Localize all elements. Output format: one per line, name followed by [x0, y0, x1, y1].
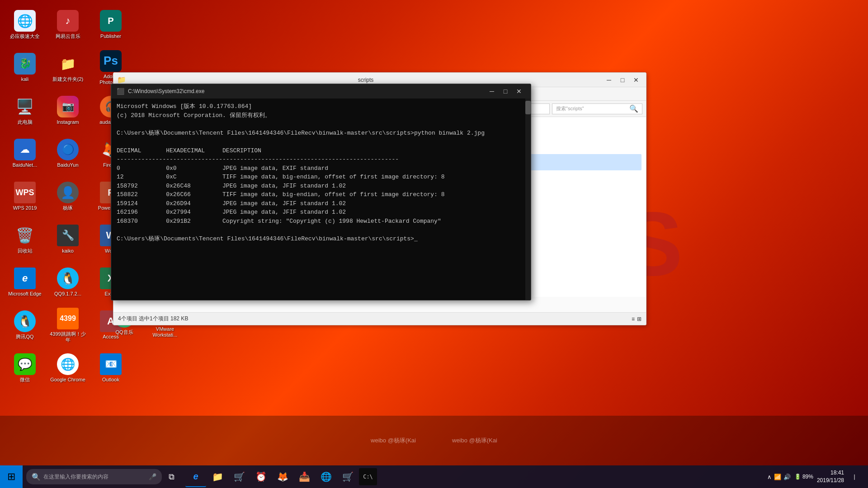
cmd-line-10: 162196 0x27994 JPEG image data, JFIF sta…: [117, 208, 525, 217]
search-icon: 🔍: [32, 473, 41, 481]
taskbar-firefox-icon[interactable]: 🦊: [272, 466, 293, 487]
clock-time: 18:41: [817, 469, 844, 477]
weibo-watermark-bar: weibo @杨琢(Kai weibo @杨琢(Kai: [0, 416, 868, 465]
cmd-line-6: 12 0xC TIFF image data, big-endian, offs…: [117, 173, 525, 182]
list-view-button[interactable]: ≡: [632, 316, 635, 322]
desktop-icon-wps[interactable]: WPS WPS 2019: [5, 176, 45, 217]
cmd-maximize-button[interactable]: □: [499, 85, 512, 98]
system-clock[interactable]: 18:41 2019/11/28: [817, 469, 844, 484]
desktop-icon-kaiko[interactable]: 🔧 kaiko: [47, 219, 88, 260]
clock-date: 2019/11/28: [817, 477, 844, 484]
desktop-icon-netease[interactable]: ♪ 网易云音乐: [47, 5, 88, 45]
desktop-icon-edge[interactable]: e Microsoft Edge: [5, 262, 45, 303]
cmd-line-7: 158792 0x26C48 JPEG image data, JFIF sta…: [117, 182, 525, 191]
start-button[interactable]: ⊞: [0, 465, 23, 488]
taskbar-app-icons: e 📁 🛒 ⏰ 🦊 📥 🌐 🛒 C:\: [185, 466, 767, 487]
taskbar-download-icon[interactable]: 📥: [294, 466, 315, 487]
taskbar-search-box[interactable]: 🔍 🎤: [26, 469, 162, 484]
cmd-line-2: [117, 120, 525, 129]
cmd-prompt: C:\Users\杨琢\Documents\Tencent Files\1641…: [117, 235, 525, 244]
search-placeholder: 搜索"scripts": [556, 105, 629, 112]
cmd-minimize-button[interactable]: ─: [486, 85, 498, 98]
taskbar-file-explorer-icon[interactable]: 📁: [207, 466, 228, 487]
maximize-button[interactable]: □: [616, 75, 629, 85]
taskbar-shop-icon[interactable]: 🛒: [337, 466, 358, 487]
cmd-output: Microsoft Windows [版本 10.0.17763.864] (c…: [111, 99, 531, 300]
desktop-icon-wechat[interactable]: 💬 微信: [5, 348, 45, 389]
cmd-close-button[interactable]: ✕: [513, 85, 525, 98]
desktop-icon-new-folder[interactable]: 📁 新建文件夹(2): [47, 47, 88, 88]
taskbar-search-input[interactable]: [43, 474, 146, 480]
desktop-icon-publisher[interactable]: P Publisher: [90, 5, 131, 45]
tray-icons: ∧ 📶 🔊: [767, 474, 791, 480]
file-explorer-status-bar: 4个项目 选中1个项目 182 KB ≡ ⊞: [113, 312, 646, 325]
desktop-icon-qqtalk[interactable]: 🐧 腾讯QQ: [5, 305, 45, 346]
desktop-icon-instagram[interactable]: 📷 Instagram: [47, 90, 88, 131]
battery-icon: 🔋: [794, 474, 801, 480]
cmd-scrollbar-thumb[interactable]: [525, 101, 531, 114]
close-button[interactable]: ✕: [630, 75, 642, 85]
cmd-line-header: DECIMAL HEXADECIMAL DESCRIPTION: [117, 146, 525, 155]
cmd-window: ⬛ C:\Windows\System32\cmd.exe ─ □ ✕ Micr…: [111, 84, 531, 300]
weibo-text-2: weibo @杨琢(Kai: [452, 436, 497, 445]
cmd-line-8: 158822 0x26C66 TIFF image data, big-endi…: [117, 190, 525, 199]
cmd-title: C:\Windows\System32\cmd.exe: [128, 88, 486, 94]
task-view-button[interactable]: ⧉: [162, 467, 181, 486]
cmd-line-4: [117, 137, 525, 146]
taskbar: ⊞ 🔍 🎤 ⧉ e 📁 🛒 ⏰ 🦊 📥 🌐 🛒 C:\ ∧ 📶 🔊 �: [0, 465, 868, 488]
cmd-window-controls: ─ □ ✕: [486, 85, 525, 98]
tray-expand-icon[interactable]: ∧: [767, 474, 772, 480]
taskbar-clock-icon[interactable]: ⏰: [250, 466, 271, 487]
cmd-line-11: 168370 0x291B2 Copyright string: "Copyri…: [117, 217, 525, 226]
view-toggle: ≡ ⊞: [632, 316, 642, 322]
cmd-titlebar: ⬛ C:\Windows\System32\cmd.exe ─ □ ✕: [111, 84, 531, 99]
battery-indicator: 🔋 89%: [794, 474, 813, 480]
show-desktop-button[interactable]: |: [848, 465, 861, 488]
battery-percentage: 89%: [802, 474, 813, 480]
search-box[interactable]: 搜索"scripts" 🔍: [552, 103, 642, 114]
window-controls: ─ □ ✕: [603, 75, 642, 85]
desktop-icon-chrome[interactable]: 🌐 Google Chrome: [47, 348, 88, 389]
desktop-icon-outlook[interactable]: 📧 Outlook: [90, 348, 131, 389]
status-text: 4个项目 选中1个项目 182 KB: [118, 315, 188, 323]
desktop-icon-kali[interactable]: 🐉 kali: [5, 47, 45, 88]
taskbar-chrome-icon[interactable]: 🌐: [316, 466, 336, 487]
desktop-icon-qq9[interactable]: 🐧 QQ9.1.7.2...: [47, 262, 88, 303]
minimize-button[interactable]: ─: [603, 75, 615, 85]
taskbar-store-icon[interactable]: 🛒: [229, 466, 250, 487]
desktop-icon-recycle[interactable]: 🗑️ 回收站: [5, 219, 45, 260]
cmd-line-5: 0 0x0 JPEG image data, EXIF standard: [117, 164, 525, 173]
desktop-icon-baiduyun[interactable]: 🔵 BaiduYun: [47, 133, 88, 174]
microphone-icon[interactable]: 🎤: [149, 473, 156, 480]
search-icon: 🔍: [629, 104, 638, 113]
cmd-line-separator: ----------------------------------------…: [117, 155, 525, 164]
cmd-line-12: [117, 225, 525, 235]
taskbar-right-area: ∧ 📶 🔊 🔋 89% 18:41 2019/11/28 |: [767, 465, 868, 488]
tray-network-icon[interactable]: 📶: [774, 474, 781, 480]
cmd-line-0: Microsoft Windows [版本 10.0.17763.864]: [117, 102, 525, 111]
grid-view-button[interactable]: ⊞: [637, 316, 642, 322]
cmd-line-9: 159124 0x26D94 JPEG image data, JFIF sta…: [117, 199, 525, 208]
desktop: BURGERS 🌐 必应极速大全 ♪ 网易云音乐 P Publisher 🐉 k…: [0, 0, 868, 488]
file-explorer-title: scripts: [129, 77, 603, 83]
cmd-line-1: (c) 2018 Microsoft Corporation. 保留所有权利。: [117, 111, 525, 120]
cmd-line-3: C:\Users\杨琢\Documents\Tencent Files\1641…: [117, 129, 525, 138]
weibo-text-1: weibo @杨琢(Kai: [371, 436, 416, 445]
cmd-icon: ⬛: [117, 88, 124, 95]
desktop-icon-user[interactable]: 👤 杨琢: [47, 176, 88, 217]
tray-speaker-icon[interactable]: 🔊: [783, 474, 791, 480]
desktop-icon-baidunet[interactable]: ☁ BaiduNet...: [5, 133, 45, 174]
desktop-icon-4399[interactable]: 4399 4399跳跳啊！少年: [47, 305, 88, 346]
desktop-icon-ie[interactable]: 🌐 必应极速大全: [5, 5, 45, 45]
taskbar-cmd-icon[interactable]: C:\: [359, 468, 377, 485]
taskbar-edge-icon[interactable]: e: [185, 466, 206, 487]
desktop-icon-mypc[interactable]: 🖥️ 此电脑: [5, 90, 45, 131]
cmd-scrollbar[interactable]: [525, 99, 531, 300]
